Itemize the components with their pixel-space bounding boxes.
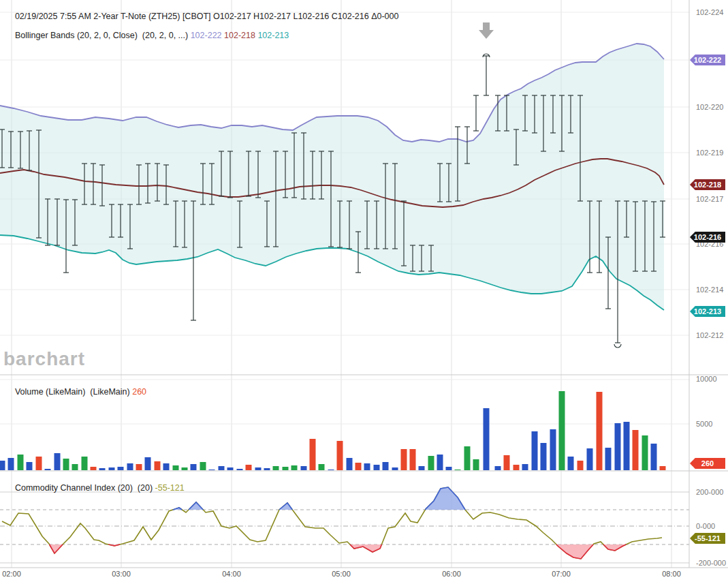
volume-bar [446, 467, 452, 470]
ohlc-quote-line: 02/19/2025 7:55 AM 2-Year T-Note (ZTH25)… [15, 12, 399, 21]
volume-bar [577, 461, 584, 470]
volume-bar [8, 458, 14, 470]
volume-bar [642, 435, 648, 470]
cci-panel-title: Commodity Channel Index (20) (20) -55-12… [5, 474, 185, 502]
volume-bar [173, 465, 179, 470]
right-axis-label: 200-000 [696, 488, 723, 496]
volume-bar [127, 463, 133, 470]
volume-bar [246, 465, 252, 470]
right-axis-label: 102-220 [696, 103, 723, 111]
volume-bar [660, 466, 666, 470]
volume-bar [182, 467, 188, 470]
volume-bar [200, 462, 206, 470]
volume-bar [155, 461, 161, 470]
price-badge: 102-216 [690, 232, 725, 243]
volume-bar [374, 465, 380, 470]
volume-bar [419, 466, 425, 470]
volume-bar [145, 457, 151, 470]
volume-bar [291, 465, 298, 470]
volume-value: 260 [132, 387, 146, 397]
price-badge: 102-218 [690, 179, 725, 190]
volume-bar [337, 441, 343, 470]
price-badge: 102-222 [690, 55, 725, 65]
volume-bar [504, 455, 510, 470]
volume-bar [0, 461, 5, 470]
indicator-label: Bollinger Bands (20, 2, 0, Close) (20, 2… [15, 31, 191, 40]
volume-bar [45, 469, 51, 470]
time-axis-label: 06:00 [442, 570, 461, 578]
volume-bar [227, 467, 234, 470]
volume-bar [364, 463, 370, 470]
volume-bar [587, 448, 593, 470]
time-axis-label: 04:00 [222, 570, 241, 578]
volume-panel-title: Volume (LikeMain) (LikeMain) 260 [5, 378, 146, 406]
chart-title: 02/19/2025 7:55 AM 2-Year T-Note (ZTH25)… [5, 2, 398, 50]
volume-label: Volume (LikeMain) (LikeMain) [15, 387, 132, 397]
volume-bar [18, 455, 24, 470]
volume-bar [651, 444, 657, 470]
volume-bar [401, 449, 407, 470]
volume-bar [522, 464, 528, 470]
volume-bar [355, 463, 362, 470]
down-arrow-icon[interactable] [479, 22, 494, 39]
right-axis-label: 102-217 [696, 195, 723, 203]
volume-bar [82, 457, 88, 470]
volume-bar [455, 470, 461, 470]
volume-bar [91, 467, 97, 470]
volume-bar [209, 470, 215, 470]
right-axis-label: 102-224 [696, 8, 723, 16]
bb-lower-value: 102-213 [257, 31, 289, 40]
bollinger-fill [0, 44, 664, 310]
volume-bar [72, 464, 78, 470]
cci-value: -55-121 [155, 483, 185, 493]
volume-bar [328, 470, 334, 470]
volume-bar [605, 448, 612, 470]
time-axis-label: 08:00 [662, 570, 681, 578]
right-axis-label: 102-214 [696, 286, 723, 294]
cci-label: Commodity Channel Index (20) (20) [15, 483, 155, 493]
time-axis-label: 03:00 [112, 570, 131, 578]
volume-bar [484, 408, 490, 470]
right-axis-label: 5000 [696, 420, 712, 428]
chart-window: 102-224102-220102-219102-217102-216102-2… [0, 0, 728, 584]
volume-bar [237, 469, 243, 470]
volume-bar [532, 431, 538, 470]
volume-bar [624, 422, 630, 470]
right-axis-label: 102-219 [696, 149, 723, 157]
right-axis-label: 10000 [696, 375, 717, 383]
volume-bar [63, 459, 69, 470]
volume-bar [54, 453, 61, 470]
volume-bar [273, 466, 279, 470]
right-axis-label: 102-212 [696, 331, 723, 339]
volume-bar [191, 464, 197, 470]
volume-bar [383, 462, 389, 470]
volume-bar [347, 458, 353, 470]
volume-bar [118, 467, 124, 470]
volume-bar [495, 466, 501, 470]
volume-bar [559, 391, 565, 470]
cci-zone-fill [425, 487, 465, 510]
volume-bar [99, 468, 106, 470]
volume-bar [219, 466, 225, 470]
volume-bar [410, 449, 416, 470]
time-axis-label: 07:00 [552, 570, 571, 578]
volume-bar [473, 459, 479, 470]
volume-bar [109, 467, 115, 470]
volume-bar [163, 463, 170, 470]
volume-bar [136, 464, 142, 470]
volume-bar [392, 467, 398, 470]
volume-bar [264, 468, 270, 470]
volume-bar [319, 464, 325, 470]
volume-bar [428, 456, 434, 470]
volume-bar [283, 467, 289, 470]
volume-bar [437, 455, 443, 470]
bb-upper-value: 102-222 [191, 31, 222, 40]
volume-bar [27, 462, 33, 470]
bb-middle-value: 102-218 [224, 31, 255, 40]
volume-bar [513, 465, 520, 470]
right-axis-label: -200-000 [696, 559, 726, 567]
cci-zone-fill [189, 502, 203, 510]
barchart-logo: barchart [3, 348, 85, 370]
arc-marker-bottom[interactable] [614, 344, 621, 348]
volume-bar [597, 392, 603, 470]
